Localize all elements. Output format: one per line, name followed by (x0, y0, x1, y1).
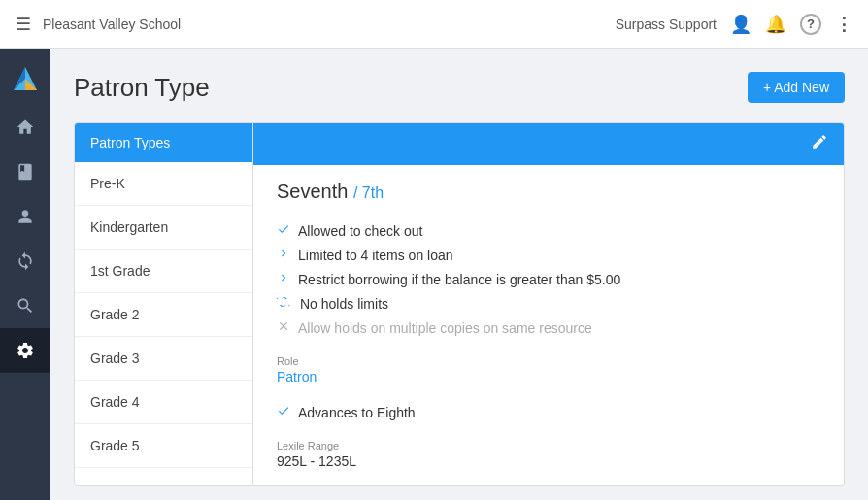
lexile-section: Lexile Range 925L - 1235L (277, 440, 820, 469)
feature-item: Allowed to check out (277, 218, 820, 243)
role-value: Patron (277, 369, 820, 384)
school-name: Pleasant Valley School (43, 17, 181, 32)
role-label: Role (277, 355, 820, 367)
page-title: Patron Type (74, 73, 210, 103)
list-item[interactable]: Grade 2 (75, 293, 252, 337)
feature-item: Allow holds on multiple copies on same r… (277, 316, 820, 340)
feature-item: Restrict borrowing if the balance is gre… (277, 267, 820, 291)
list-item[interactable]: Grade 5 (75, 424, 252, 468)
sidebar-item-settings[interactable] (0, 328, 50, 373)
patron-name: Seventh (277, 181, 348, 202)
grade-label: / 7th (353, 184, 384, 201)
list-item[interactable]: Pre-K (75, 162, 252, 206)
chevron-right-icon (277, 247, 290, 263)
more-icon[interactable]: ⋮ (835, 14, 852, 35)
advances-item: Advances to Eighth (277, 400, 820, 424)
chevron-right-icon (277, 271, 290, 287)
user-icon[interactable]: 👤 (730, 14, 751, 35)
edit-icon[interactable] (811, 133, 828, 155)
role-section: Role Patron (277, 355, 820, 384)
help-icon[interactable]: ? (800, 14, 821, 35)
top-nav: ☰ Pleasant Valley School Surpass Support… (0, 0, 868, 49)
right-panel-header (253, 123, 844, 165)
advances-check-icon (277, 404, 290, 420)
content-area: Patron Types Pre-K Kindergarten 1st Grad… (74, 122, 845, 486)
feature-text: Allow holds on multiple copies on same r… (298, 320, 592, 336)
lexile-label: Lexile Range (277, 440, 820, 451)
checkmark-icon (277, 222, 290, 239)
left-panel: Patron Types Pre-K Kindergarten 1st Grad… (74, 122, 253, 486)
loop-icon (277, 295, 292, 312)
advances-section: Advances to Eighth (277, 400, 820, 424)
feature-text: No holds limits (300, 296, 388, 312)
main-content: Patron Type + Add New Patron Types Pre-K… (50, 49, 868, 500)
sidebar-item-refresh[interactable] (0, 239, 50, 283)
advances-text: Advances to Eighth (298, 405, 416, 420)
feature-text: Restrict borrowing if the balance is gre… (298, 272, 620, 287)
sidebar-item-search-user[interactable] (0, 283, 50, 328)
list-item[interactable]: Grade 3 (75, 337, 252, 381)
sidebar-item-user[interactable] (0, 194, 50, 239)
list-item[interactable]: 1st Grade (75, 250, 252, 293)
sidebar-item-home[interactable] (0, 105, 50, 150)
sidebar-logo (0, 56, 50, 101)
x-icon (277, 319, 290, 336)
top-nav-left: ☰ Pleasant Valley School (16, 14, 616, 35)
feature-item: No holds limits (277, 291, 820, 316)
list-item[interactable]: Kindergarten (75, 206, 252, 250)
list-item[interactable]: Grade 4 (75, 381, 252, 424)
patron-types-header: Patron Types (75, 123, 252, 162)
top-nav-right: Surpass Support 👤 🔔 ? ⋮ (616, 14, 852, 35)
patron-title: Seventh / 7th (277, 181, 820, 203)
sidebar (0, 49, 50, 500)
feature-item: Limited to 4 items on loan (277, 243, 820, 267)
feature-text: Limited to 4 items on loan (298, 248, 453, 263)
page-header: Patron Type + Add New (74, 72, 845, 103)
feature-list: Allowed to check out Limited to 4 items … (277, 218, 820, 340)
sidebar-item-book[interactable] (0, 150, 50, 194)
bell-icon[interactable]: 🔔 (765, 14, 786, 35)
feature-text: Allowed to check out (298, 223, 422, 239)
right-panel: Seventh / 7th Allowed to check out (253, 122, 845, 486)
hamburger-icon[interactable]: ☰ (16, 14, 31, 35)
lexile-value: 925L - 1235L (277, 453, 820, 469)
add-new-button[interactable]: + Add New (748, 72, 845, 103)
right-panel-body: Seventh / 7th Allowed to check out (253, 165, 844, 484)
support-label: Surpass Support (616, 17, 717, 32)
